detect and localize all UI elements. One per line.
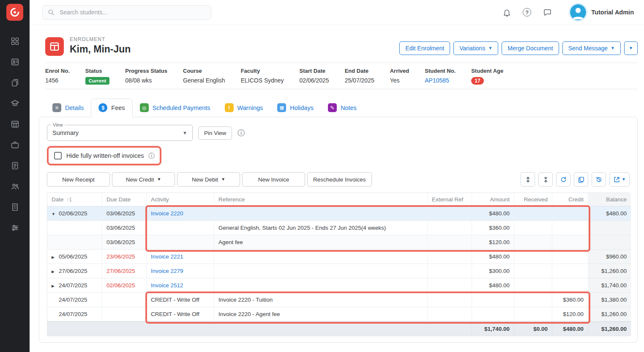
column-amount[interactable]: Amount xyxy=(472,193,514,206)
cell-reference: General English, Starts 02 Jun 2025 - En… xyxy=(214,221,428,235)
new-receipt-button[interactable]: New Receipt xyxy=(47,172,110,187)
row-expander-icon[interactable]: ▶ xyxy=(52,279,59,293)
invoice-link[interactable]: Invoice 2220 xyxy=(151,210,183,217)
sidebar-item-services[interactable] xyxy=(5,138,24,152)
notes-icon: ✎ xyxy=(328,103,337,112)
send-message-button[interactable]: Send Message▼ xyxy=(562,41,621,55)
table-row-writeoff-agent-fee[interactable]: 24/07/2025 CREDIT - Write Off Invoice 22… xyxy=(47,307,629,322)
tab-holidays[interactable]: ▦Holidays xyxy=(270,99,321,117)
new-debit-button[interactable]: New Debit▼ xyxy=(177,172,240,187)
edit-enrolment-button[interactable]: Edit Enrolment xyxy=(399,41,450,55)
table-row-invoice-2220[interactable]: ▼02/06/2025 03/06/2025 Invoice 2220 $480… xyxy=(47,206,629,221)
export-button[interactable]: ▼ xyxy=(609,172,630,187)
refresh-button[interactable] xyxy=(556,172,570,187)
table-row-invoice-2512[interactable]: ▶24/07/2025 02/06/2025 Invoice 2512 $480… xyxy=(47,278,629,293)
cell-received xyxy=(514,250,552,264)
table-row-writeoff-tuition[interactable]: 24/07/2025 CREDIT - Write Off Invoice 22… xyxy=(47,293,629,307)
history-icon xyxy=(595,176,603,183)
expand-all-button[interactable] xyxy=(521,172,535,187)
messages-button[interactable] xyxy=(542,7,552,17)
sidebar xyxy=(0,0,30,352)
sidebar-item-students[interactable] xyxy=(5,55,24,69)
tab-warnings[interactable]: !Warnings xyxy=(218,99,270,117)
app-logo[interactable] xyxy=(0,0,30,25)
new-invoice-button[interactable]: New Invoice xyxy=(242,172,305,187)
tab-fees[interactable]: $Fees xyxy=(91,99,132,117)
student-no-link[interactable]: AP10585 xyxy=(425,77,449,84)
info-field-faculty: FacultyELICOS Sydney xyxy=(241,68,284,84)
table-row-invoice-2221[interactable]: ▶05/06/2025 23/06/2025 Invoice 2221 $480… xyxy=(47,250,629,264)
history-button[interactable] xyxy=(592,172,606,187)
cell-activity: Invoice 2221 xyxy=(147,250,214,264)
row-collapse-icon[interactable]: ▼ xyxy=(52,207,59,221)
table-row-invoice-2220-agent-fee[interactable]: 03/06/2025 Agent fee $120.00 xyxy=(47,235,629,250)
tab-scheduled-payments[interactable]: ◎Scheduled Payments xyxy=(133,99,218,117)
column-balance[interactable]: Balance xyxy=(588,193,631,206)
sidebar-item-invoices[interactable] xyxy=(5,158,24,173)
table-row-invoice-2220-tuition[interactable]: 03/06/2025 General English, Starts 02 Ju… xyxy=(47,221,629,235)
info-field-status: StatusCurrent xyxy=(85,68,110,84)
info-icon[interactable]: ⓘ xyxy=(148,153,154,159)
caret-down-icon: ▼ xyxy=(629,46,633,50)
variations-button[interactable]: Variations▼ xyxy=(453,41,498,55)
cell-credit: $120.00 xyxy=(552,307,588,322)
column-date[interactable]: Date↑1 xyxy=(47,193,102,206)
cell-reference xyxy=(214,278,428,293)
invoice-link[interactable]: Invoice 2279 xyxy=(151,268,183,274)
cell-due-date: 23/06/2025 xyxy=(102,250,147,264)
cell-external-ref xyxy=(428,250,472,264)
column-received[interactable]: Received xyxy=(514,193,552,206)
cell-due-date: 27/06/2025 xyxy=(102,264,147,278)
sidebar-item-organisation[interactable] xyxy=(5,200,24,214)
cell-due-date xyxy=(102,307,147,322)
row-expander-icon[interactable]: ▶ xyxy=(52,265,59,278)
notifications-button[interactable] xyxy=(502,7,512,17)
duplicate-button[interactable] xyxy=(574,172,588,187)
table-row-invoice-2279[interactable]: ▶27/06/2025 27/06/2025 Invoice 2279 $300… xyxy=(47,264,629,278)
reschedule-invoices-button[interactable]: Reschedule Invoices xyxy=(307,172,372,187)
column-credit[interactable]: Credit xyxy=(552,193,588,206)
invoice-link[interactable]: Invoice 2512 xyxy=(151,282,183,289)
collapse-all-button[interactable] xyxy=(538,172,553,187)
sidebar-item-dashboard[interactable] xyxy=(5,34,24,48)
help-button[interactable]: ? xyxy=(522,7,532,17)
holidays-icon: ▦ xyxy=(277,103,286,112)
invoice-link[interactable]: Invoice 2221 xyxy=(151,253,183,260)
cell-balance xyxy=(588,221,631,235)
merge-document-button[interactable]: Merge Document xyxy=(502,41,559,55)
cell-credit xyxy=(552,235,588,250)
pin-view-button[interactable]: Pin View xyxy=(198,126,232,140)
column-reference[interactable]: Reference xyxy=(214,193,428,206)
total-credit: $480.00 xyxy=(552,322,588,336)
info-field-arrived: ArrivedYes xyxy=(390,68,409,84)
cell-received xyxy=(514,206,552,221)
row-expander-icon[interactable]: ▶ xyxy=(52,250,59,264)
sidebar-item-settings[interactable] xyxy=(5,220,24,235)
details-icon: ≡ xyxy=(52,103,61,112)
cell-credit xyxy=(552,250,588,264)
view-select[interactable]: View Summary ▼ xyxy=(47,125,193,141)
column-activity[interactable]: Activity xyxy=(147,193,214,206)
cell-external-ref xyxy=(428,264,472,278)
sidebar-item-tables[interactable] xyxy=(5,117,24,131)
new-credit-button[interactable]: New Credit▼ xyxy=(112,172,175,187)
cell-amount: $120.00 xyxy=(472,235,514,250)
age-badge: 17 xyxy=(471,77,483,85)
tab-notes[interactable]: ✎Notes xyxy=(321,99,364,117)
hide-written-off-checkbox[interactable] xyxy=(54,152,62,160)
sort-indicator-icon: ↑1 xyxy=(67,197,72,203)
info-icon[interactable]: ⓘ xyxy=(237,129,245,137)
search-input[interactable] xyxy=(42,5,211,20)
column-due-date[interactable]: Due Date xyxy=(102,193,147,206)
column-external-ref[interactable]: External Ref xyxy=(428,193,472,206)
sidebar-item-contacts[interactable] xyxy=(5,179,24,193)
cell-external-ref xyxy=(428,307,472,322)
user-menu[interactable]: Tutorial Admin xyxy=(570,4,634,20)
more-actions-button[interactable]: ▼ xyxy=(624,41,638,55)
sidebar-item-documents[interactable] xyxy=(5,75,24,90)
enrolment-kicker: ENROLMENT xyxy=(70,36,131,42)
cell-credit xyxy=(552,206,588,221)
sliders-icon xyxy=(11,223,19,232)
tab-details[interactable]: ≡Details xyxy=(45,99,91,117)
sidebar-item-courses[interactable] xyxy=(5,96,24,110)
